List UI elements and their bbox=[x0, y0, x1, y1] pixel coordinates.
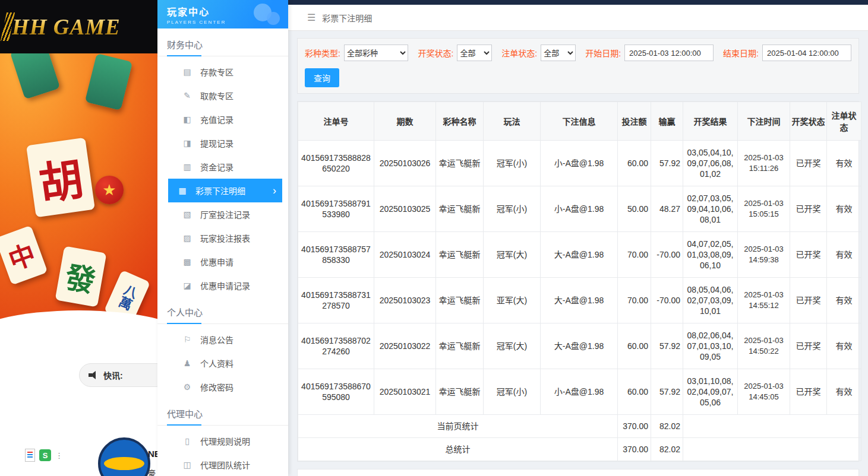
sidebar-item-player-bet-report[interactable]: ▨玩家投注报表 bbox=[157, 226, 288, 250]
sidebar-section: 个人中心⚐消息公告♟个人资料⚙修改密码 bbox=[157, 299, 288, 400]
more-dots-icon[interactable]: ⋮ bbox=[55, 452, 63, 459]
sidebar-item-withdraw-area[interactable]: ✎取款专区 bbox=[157, 84, 288, 107]
summary-winloss: 82.02 bbox=[651, 415, 683, 438]
sidebar-item-recharge-records[interactable]: ◧充值记录 bbox=[157, 107, 288, 131]
sidebar-item-messages[interactable]: ⚐消息公告 bbox=[157, 328, 288, 351]
lottery-type-select[interactable]: 全部彩种 bbox=[344, 45, 409, 61]
cell-draw-status: 已开奖 bbox=[790, 369, 827, 415]
cell-order-status: 有效 bbox=[827, 186, 861, 232]
sidebar-item-lottery-bet-details[interactable]: ▦彩票下注明细› bbox=[168, 179, 282, 202]
draw-status-select[interactable]: 全部 bbox=[457, 45, 492, 61]
table-row: 40156917358867059508020250103021幸运飞艇新冠军(… bbox=[298, 369, 861, 415]
doc-icon[interactable] bbox=[25, 449, 35, 462]
sidebar-section-title: 代理中心 bbox=[157, 400, 288, 426]
hamburger-icon[interactable]: ☰ bbox=[307, 12, 315, 23]
cell-draw-status: 已开奖 bbox=[790, 278, 827, 323]
cell-result: 02,07,03,05,09,04,10,06,08,01 bbox=[683, 186, 738, 232]
cell-winloss: 57.92 bbox=[651, 323, 683, 369]
sidebar-item-profile[interactable]: ♟个人资料 bbox=[157, 351, 288, 375]
news-ticker[interactable]: 快讯: bbox=[79, 363, 157, 387]
mahjong-tile-hu: 胡 bbox=[26, 138, 95, 218]
withdrawal-record-icon: ◨ bbox=[182, 138, 192, 148]
sidebar-item-label: 彩票下注明细 bbox=[195, 185, 245, 196]
cell-time: 2025-01-03 14:59:38 bbox=[738, 232, 790, 278]
cell-lottery: 幸运飞艇新 bbox=[436, 369, 484, 415]
promo-apply-icon: ▩ bbox=[182, 257, 192, 266]
cell-winloss: 48.27 bbox=[651, 186, 683, 232]
pagination-bar: 每页显示20条 共6条 首页 上一页 1 下一页 第 页 跳转 bbox=[297, 469, 859, 476]
notes-icon[interactable]: S bbox=[39, 449, 51, 461]
funds-record-icon: ▥ bbox=[182, 162, 192, 172]
team-subtext: 豪 bbox=[148, 467, 156, 476]
promo-record-icon: ◪ bbox=[182, 281, 192, 290]
promo-banner: 胡 ★ 中 發 八萬 bbox=[0, 53, 157, 337]
sidebar-item-promo-apply-records[interactable]: ◪优惠申请记录 bbox=[157, 274, 288, 297]
cell-period: 20250103025 bbox=[374, 186, 436, 232]
news-label: 快讯: bbox=[103, 369, 123, 381]
column-header: 玩法 bbox=[484, 102, 541, 141]
sidebar-item-withdrawal-records[interactable]: ◨提现记录 bbox=[157, 131, 288, 155]
cell-play: 亚军(大) bbox=[484, 278, 541, 323]
sidebar-section-title: 个人中心 bbox=[157, 299, 288, 324]
cell-amount: 60.00 bbox=[618, 141, 651, 186]
start-date-input[interactable] bbox=[624, 45, 714, 61]
cell-time: 2025-01-03 14:55:12 bbox=[738, 278, 790, 323]
cell-bet-id: 401569173588702274260 bbox=[298, 323, 374, 369]
cell-period: 20250103026 bbox=[374, 141, 436, 186]
lottery-type-label: 彩种类型: bbox=[305, 47, 340, 59]
cell-draw-status: 已开奖 bbox=[790, 323, 827, 369]
cell-time: 2025-01-03 14:45:05 bbox=[738, 369, 790, 415]
cell-lottery: 幸运飞艇新 bbox=[436, 186, 484, 232]
cell-lottery: 幸运飞艇新 bbox=[436, 323, 484, 369]
start-date-label: 开始日期: bbox=[585, 47, 621, 59]
left-background: HH GAME 胡 ★ 中 發 八萬 快讯: S ⋮ NE 豪 bbox=[0, 0, 157, 476]
top-navy-bar bbox=[288, 0, 868, 5]
order-status-select[interactable]: 全部 bbox=[541, 45, 576, 61]
sidebar-item-funds-records[interactable]: ▥资金记录 bbox=[157, 155, 288, 179]
cell-bet-id: 401569173588828650220 bbox=[298, 141, 374, 186]
sidebar-item-agent-team-stats[interactable]: ◫代理团队统计 bbox=[157, 453, 288, 476]
lottery-bet-icon: ▦ bbox=[178, 186, 187, 195]
column-header: 下注信息 bbox=[541, 102, 618, 141]
cell-draw-status: 已开奖 bbox=[790, 186, 827, 232]
summary-winloss: 82.02 bbox=[651, 438, 683, 461]
sidebar-item-deposit-area[interactable]: ▤存款专区 bbox=[157, 60, 288, 84]
cell-period: 20250103024 bbox=[374, 232, 436, 278]
controller-icon bbox=[252, 1, 280, 28]
summary-amount: 370.00 bbox=[618, 438, 651, 461]
site-logo: HH GAME bbox=[0, 0, 157, 53]
sidebar-item-label: 取款专区 bbox=[200, 90, 233, 101]
cell-bet-info: 大-A盘@1.98 bbox=[541, 278, 618, 323]
cell-time: 2025-01-03 15:05:15 bbox=[738, 186, 790, 232]
sidebar: 玩家中心 PLAYERS CENTER 财务中心▤存款专区✎取款专区◧充值记录◨… bbox=[157, 0, 288, 476]
cell-period: 20250103021 bbox=[374, 369, 436, 415]
mahjong-tile-zhong: 中 bbox=[0, 226, 48, 285]
mahjong-tile-wan: 八萬 bbox=[104, 270, 150, 324]
sidebar-section-title: 财务中心 bbox=[157, 31, 288, 56]
bell-icon: ⚐ bbox=[182, 335, 192, 344]
query-button[interactable]: 查询 bbox=[305, 68, 339, 87]
column-header: 投注额 bbox=[618, 102, 651, 141]
filter-row: 彩种类型: 全部彩种 开奖状态: 全部 注单状态: 全部 开始日期: 结束日期: bbox=[305, 45, 851, 61]
sidebar-header: 玩家中心 PLAYERS CENTER bbox=[157, 0, 288, 28]
hall-bet-icon: ▧ bbox=[182, 210, 192, 219]
sidebar-item-promo-apply[interactable]: ▩优惠申请 bbox=[157, 250, 288, 274]
end-date-input[interactable] bbox=[762, 45, 851, 61]
sidebar-item-hall-bet-records[interactable]: ▧厅室投注记录 bbox=[157, 202, 288, 226]
cell-lottery: 幸运飞艇新 bbox=[436, 232, 484, 278]
sidebar-item-change-password[interactable]: ⚙修改密码 bbox=[157, 375, 288, 399]
sidebar-item-agent-rules[interactable]: ▯代理规则说明 bbox=[157, 429, 288, 453]
column-header: 注单状态 bbox=[827, 102, 861, 141]
sidebar-items: ⚐消息公告♟个人资料⚙修改密码 bbox=[157, 324, 288, 400]
cell-play: 冠军(大) bbox=[484, 323, 541, 369]
mahjong-tile-back bbox=[85, 53, 132, 110]
column-header: 注单号 bbox=[298, 102, 374, 141]
cell-amount: 70.00 bbox=[618, 278, 651, 323]
cell-bet-id: 401569173588791533980 bbox=[298, 186, 374, 232]
stats-icon: ◫ bbox=[182, 460, 192, 469]
column-header: 开奖结果 bbox=[683, 102, 738, 141]
summary-empty bbox=[683, 415, 861, 438]
cell-bet-id: 401569173588670595080 bbox=[298, 369, 374, 415]
cell-bet-id: 401569173588757858330 bbox=[298, 232, 374, 278]
sidebar-items: ▤存款专区✎取款专区◧充值记录◨提现记录▥资金记录▦彩票下注明细›▧厅室投注记录… bbox=[157, 56, 288, 299]
